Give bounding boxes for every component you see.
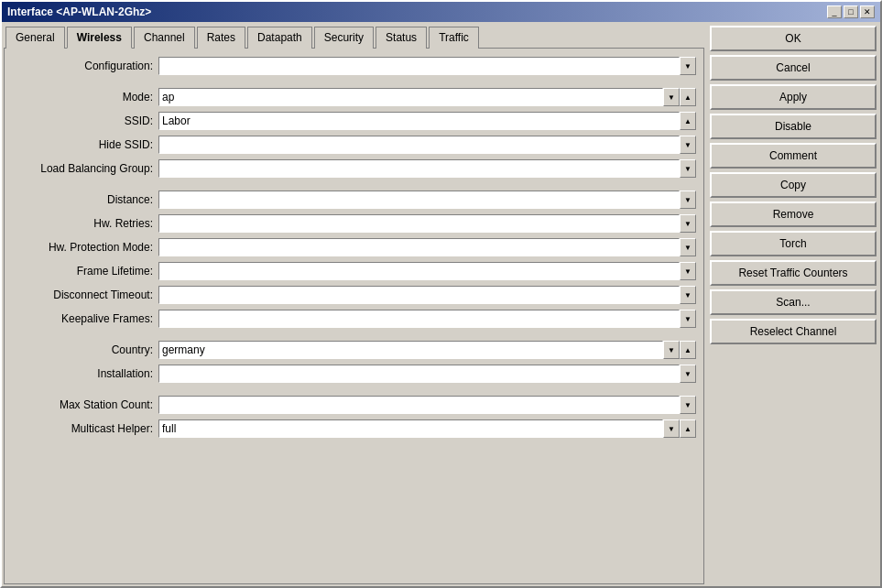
- configuration-dropdown-btn[interactable]: ▼: [680, 57, 696, 75]
- comment-button[interactable]: Comment: [710, 143, 877, 169]
- max-station-count-row: Max Station Count: ▼: [12, 395, 696, 415]
- load-balancing-label: Load Balancing Group:: [12, 162, 158, 175]
- frame-lifetime-input-wrapper: ▼: [158, 262, 696, 280]
- left-panel: General Wireless Channel Rates Datapath …: [2, 22, 706, 586]
- title-bar: Interface <AP-WLAN-2Ghz> _ □ ✕: [2, 2, 880, 22]
- installation-row: Installation: ▼: [12, 364, 696, 384]
- distance-row: Distance: ▼: [12, 190, 696, 210]
- country-dropdown-btn[interactable]: ▼: [663, 341, 680, 359]
- tab-rates[interactable]: Rates: [197, 27, 245, 49]
- tab-security[interactable]: Security: [314, 27, 374, 49]
- apply-button[interactable]: Apply: [710, 84, 877, 110]
- load-balancing-dropdown-btn[interactable]: ▼: [680, 159, 696, 178]
- scan-button[interactable]: Scan...: [710, 289, 877, 315]
- distance-label: Distance:: [12, 193, 158, 206]
- hw-retries-label: Hw. Retries:: [12, 217, 158, 230]
- mode-row: Mode: ▼ ▲: [12, 87, 696, 107]
- disconnect-timeout-input-wrapper: ▼: [158, 286, 696, 304]
- max-station-count-dropdown-btn[interactable]: ▼: [680, 396, 696, 414]
- ssid-up-btn[interactable]: ▲: [680, 112, 696, 130]
- mode-up-btn[interactable]: ▲: [680, 88, 696, 106]
- load-balancing-row: Load Balancing Group: ▼: [12, 158, 696, 179]
- max-station-count-label: Max Station Count:: [12, 398, 158, 411]
- hide-ssid-input-wrapper: ▼: [158, 136, 696, 154]
- keepalive-frames-input-wrapper: ▼: [158, 310, 696, 328]
- tab-bar: General Wireless Channel Rates Datapath …: [2, 22, 706, 48]
- maximize-button[interactable]: □: [844, 5, 858, 18]
- country-label: Country:: [12, 343, 158, 356]
- multicast-helper-row: Multicast Helper: ▼ ▲: [12, 419, 696, 439]
- tab-general[interactable]: General: [5, 27, 65, 49]
- frame-lifetime-dropdown-btn[interactable]: ▼: [680, 262, 696, 280]
- tab-datapath[interactable]: Datapath: [247, 27, 312, 49]
- multicast-helper-input[interactable]: [158, 419, 663, 438]
- ssid-row: SSID: ▲: [12, 111, 696, 131]
- hw-protection-input[interactable]: [158, 238, 680, 256]
- hw-protection-input-wrapper: ▼: [158, 238, 696, 256]
- right-panel: OK Cancel Apply Disable Comment Copy Rem…: [706, 22, 880, 586]
- mode-label: Mode:: [12, 91, 158, 103]
- installation-dropdown-btn[interactable]: ▼: [680, 365, 696, 383]
- main-content: General Wireless Channel Rates Datapath …: [2, 22, 880, 586]
- disconnect-timeout-row: Disconnect Timeout: ▼: [12, 285, 696, 305]
- reset-traffic-button[interactable]: Reset Traffic Counters: [710, 260, 877, 286]
- hw-protection-dropdown-btn[interactable]: ▼: [680, 238, 696, 256]
- close-button[interactable]: ✕: [860, 5, 875, 18]
- hide-ssid-input[interactable]: [158, 136, 680, 154]
- mode-input-wrapper: ▼ ▲: [158, 88, 696, 106]
- multicast-helper-dropdown-btn[interactable]: ▼: [663, 419, 680, 438]
- hw-protection-row: Hw. Protection Mode: ▼: [12, 237, 696, 257]
- hw-retries-input[interactable]: [158, 214, 680, 233]
- mode-input[interactable]: [158, 88, 663, 106]
- hide-ssid-row: Hide SSID: ▼: [12, 135, 696, 155]
- max-station-count-input[interactable]: [158, 396, 680, 414]
- keepalive-frames-label: Keepalive Frames:: [12, 312, 158, 325]
- disconnect-timeout-input[interactable]: [158, 286, 680, 304]
- distance-dropdown-btn[interactable]: ▼: [680, 191, 696, 209]
- distance-input-wrapper: ▼: [158, 191, 696, 209]
- ssid-label: SSID:: [12, 114, 158, 127]
- minimize-button[interactable]: _: [827, 5, 842, 18]
- ssid-input-wrapper: ▲: [158, 112, 696, 130]
- ok-button[interactable]: OK: [710, 26, 877, 51]
- multicast-helper-input-wrapper: ▼ ▲: [158, 419, 696, 438]
- hw-retries-input-wrapper: ▼: [158, 214, 696, 233]
- mode-dropdown-btn[interactable]: ▼: [663, 88, 680, 106]
- keepalive-frames-input[interactable]: [158, 310, 680, 328]
- country-input[interactable]: [158, 341, 663, 359]
- installation-input[interactable]: [158, 365, 680, 383]
- hide-ssid-dropdown-btn[interactable]: ▼: [680, 136, 696, 154]
- installation-input-wrapper: ▼: [158, 365, 696, 383]
- tab-traffic[interactable]: Traffic: [429, 27, 479, 49]
- country-up-btn[interactable]: ▲: [680, 341, 696, 359]
- disconnect-timeout-dropdown-btn[interactable]: ▼: [680, 286, 696, 304]
- cancel-button[interactable]: Cancel: [710, 55, 877, 81]
- multicast-helper-up-btn[interactable]: ▲: [680, 419, 696, 438]
- frame-lifetime-input[interactable]: [158, 262, 680, 280]
- hw-retries-dropdown-btn[interactable]: ▼: [680, 214, 696, 233]
- ssid-input[interactable]: [158, 112, 680, 130]
- tab-content-wireless: Configuration: ▼ Mode: ▼ ▲: [4, 48, 704, 584]
- tab-wireless[interactable]: Wireless: [67, 27, 132, 49]
- load-balancing-input[interactable]: [158, 159, 680, 178]
- copy-button[interactable]: Copy: [710, 172, 877, 198]
- window-title: Interface <AP-WLAN-2Ghz>: [7, 5, 151, 18]
- keepalive-frames-dropdown-btn[interactable]: ▼: [680, 310, 696, 328]
- tab-channel[interactable]: Channel: [134, 27, 195, 49]
- installation-label: Installation:: [12, 367, 158, 380]
- distance-input[interactable]: [158, 191, 680, 209]
- tab-status[interactable]: Status: [376, 27, 427, 49]
- country-input-wrapper: ▼ ▲: [158, 341, 696, 359]
- frame-lifetime-label: Frame Lifetime:: [12, 265, 158, 278]
- configuration-input[interactable]: [158, 57, 680, 75]
- reselect-channel-button[interactable]: Reselect Channel: [710, 319, 877, 344]
- hw-retries-row: Hw. Retries: ▼: [12, 213, 696, 234]
- configuration-input-wrapper: ▼: [158, 57, 696, 75]
- torch-button[interactable]: Torch: [710, 231, 877, 256]
- configuration-row: Configuration: ▼: [12, 56, 696, 76]
- title-bar-buttons: _ □ ✕: [827, 5, 875, 18]
- remove-button[interactable]: Remove: [710, 201, 877, 227]
- disable-button[interactable]: Disable: [710, 114, 877, 139]
- load-balancing-input-wrapper: ▼: [158, 159, 696, 178]
- disconnect-timeout-label: Disconnect Timeout:: [12, 289, 158, 301]
